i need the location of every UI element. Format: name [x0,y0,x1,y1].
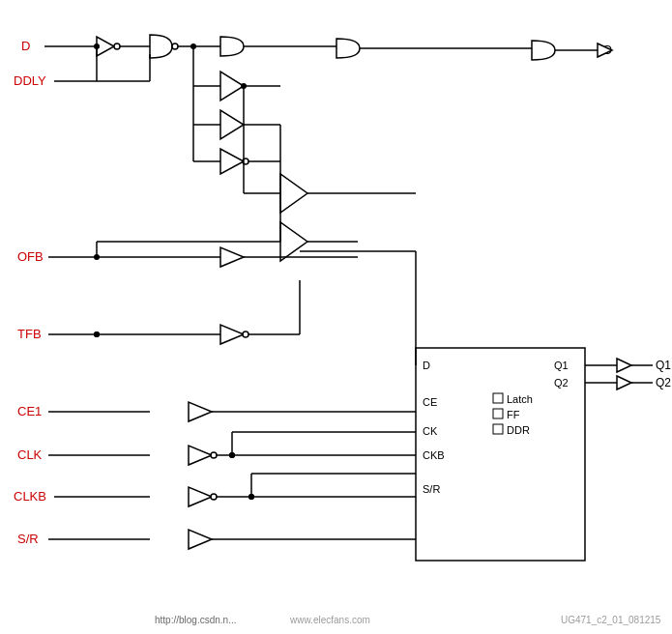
svg-point-14 [211,494,217,500]
q1-output-label: Q1 [656,359,671,372]
ff-ce-pin: CE [423,396,437,408]
clkb-label: CLKB [14,489,46,504]
ff-q2-pin: Q2 [554,377,569,389]
ddr-label: DDR [507,424,530,436]
q2-output-label: Q2 [656,376,671,389]
ddly-label: DDLY [14,73,46,88]
latch-label: Latch [507,393,533,405]
svg-rect-19 [493,424,503,434]
footer-url: http://blog.csdn.n... [155,615,237,625]
version-label: UG471_c2_01_081215 [561,615,661,625]
ce1-label: CE1 [17,404,42,418]
svg-point-13 [211,452,217,458]
svg-point-10 [172,43,178,49]
svg-point-9 [114,43,120,49]
svg-rect-17 [493,393,503,403]
sr-label: S/R [17,532,39,546]
ff-d-pin: D [423,360,430,371]
svg-rect-18 [493,409,503,418]
circuit-diagram: D DDLY OFB TFB CE1 CLK CLKB S/R [0,0,672,634]
main-container: D DDLY OFB TFB CE1 CLK CLKB S/R [0,0,672,634]
ff-ckb-pin: CKB [423,449,445,461]
ofb-label: OFB [17,249,44,264]
watermark: www.elecfans.com [289,615,370,625]
ff-ck-pin: CK [423,425,438,437]
d-label: D [21,39,30,53]
ff-q1-pin: Q1 [554,360,569,371]
svg-point-76 [229,452,235,458]
tfb-label: TFB [17,327,42,341]
svg-point-75 [94,331,100,337]
svg-point-77 [248,494,254,500]
ff-label: FF [507,409,520,420]
svg-point-12 [243,331,248,337]
ff-sr-pin: S/R [423,483,440,495]
clk-label: CLK [17,447,43,462]
